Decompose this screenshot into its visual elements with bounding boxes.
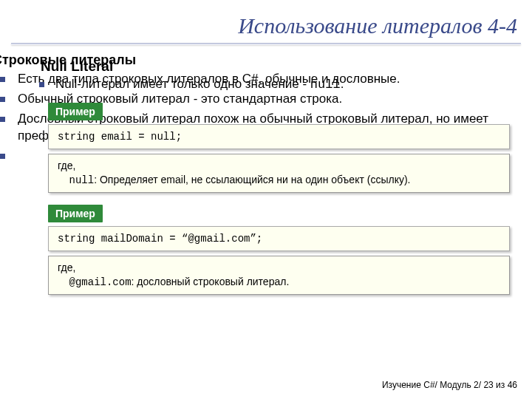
example-badge: Пример: [48, 205, 103, 222]
slide-title: Использование литералов 4-4: [0, 0, 532, 38]
expl-text: : дословный строковый литерал.: [132, 276, 290, 287]
code-inline: null: [69, 174, 95, 186]
layer-null-literal: Null Literal Null-литерал имеет только о…: [33, 58, 532, 301]
bullet-text-end: .: [341, 77, 344, 91]
code-box-2: string mailDomain = “@gmail.com”;: [48, 226, 510, 251]
where-label: где,: [58, 262, 75, 273]
bullet-text: Null-литерал имеет только одно значение …: [55, 77, 310, 91]
sub-title: Null Literal: [41, 58, 532, 75]
bullet-list-2: Null-литерал имеет только одно значение …: [33, 76, 532, 94]
where-label: где,: [58, 160, 75, 171]
explanation-box-1: где, null: Определяет email, не ссылающи…: [48, 154, 510, 193]
code-inline: null: [310, 78, 341, 92]
example-badge: Пример: [48, 103, 103, 120]
bullet-item: Null-литерал имеет только одно значение …: [33, 76, 532, 94]
title-underline: [11, 43, 521, 45]
expl-indent: [58, 276, 69, 287]
slide-footer: Изучение C#/ Модуль 2/ 23 из 46: [382, 380, 517, 390]
explanation-box-2: где, @gmail.com: дословный строковый лит…: [48, 256, 510, 295]
code-inline: @gmail.com: [69, 276, 132, 288]
code-box-1: string email = null;: [48, 124, 510, 149]
expl-text: : Определяет email, не ссылающийся ни на…: [94, 174, 410, 185]
expl-indent: [58, 174, 69, 185]
